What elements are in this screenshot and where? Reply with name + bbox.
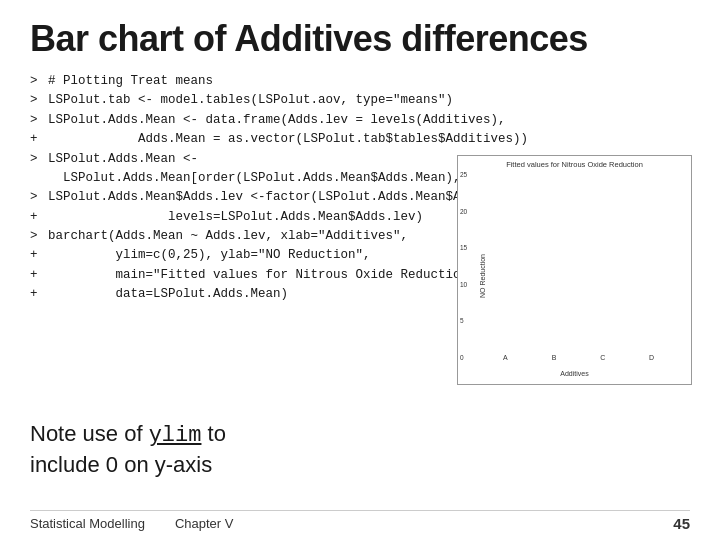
bar-label: C bbox=[600, 354, 605, 361]
bars-container: ABCD bbox=[486, 171, 671, 361]
note-line1: Note use of bbox=[30, 421, 149, 446]
y-tick: 25 bbox=[460, 171, 467, 178]
code-text: levels=LSPolut.Adds.Mean$Adds.lev) bbox=[48, 208, 423, 227]
footer: Statistical Modelling Chapter V 45 bbox=[30, 510, 690, 532]
y-ticks: 0510152025 bbox=[458, 171, 467, 361]
bar-group: B bbox=[535, 351, 574, 361]
bar-group: C bbox=[584, 351, 623, 361]
code-text: Adds.Mean = as.vector(LSPolut.tab$tables… bbox=[48, 130, 528, 149]
page: Bar chart of Additives differences ># Pl… bbox=[0, 0, 720, 540]
code-prompt: > bbox=[30, 72, 44, 91]
code-line: + main="Fitted values for Nitrous Oxide … bbox=[30, 266, 460, 285]
code-line: + data=LSPolut.Adds.Mean) bbox=[30, 285, 460, 304]
page-title: Bar chart of Additives differences bbox=[30, 18, 690, 60]
note-line1end: to bbox=[201, 421, 225, 446]
code-line: + levels=LSPolut.Adds.Mean$Adds.lev) bbox=[30, 208, 460, 227]
y-tick: 10 bbox=[460, 281, 467, 288]
code-text: LSPolut.Adds.Mean[order(LSPolut.Adds.Mea… bbox=[48, 169, 468, 188]
code-prompt: + bbox=[30, 246, 44, 265]
code-line: >LSPolut.Adds.Mean <- bbox=[30, 150, 460, 169]
code-prompt: + bbox=[30, 266, 44, 285]
code-line: + ylim=c(0,25), ylab="NO Reduction", bbox=[30, 246, 460, 265]
y-tick: 15 bbox=[460, 244, 467, 251]
footer-app: Statistical Modelling bbox=[30, 516, 145, 531]
code-line: >barchart(Adds.Mean ~ Adds.lev, xlab="Ad… bbox=[30, 227, 460, 246]
code-prompt: > bbox=[30, 227, 44, 246]
code-prompt: > bbox=[30, 111, 44, 130]
note-section: Note use of ylim to include 0 on y-axis bbox=[30, 419, 226, 480]
code-text: LSPolut.Adds.Mean <- data.frame(Adds.lev… bbox=[48, 111, 506, 130]
code-text: LSPolut.Adds.Mean <- bbox=[48, 150, 198, 169]
bar-label: D bbox=[649, 354, 654, 361]
code-prompt: + bbox=[30, 285, 44, 304]
code-text: data=LSPolut.Adds.Mean) bbox=[48, 285, 288, 304]
code-line: ># Plotting Treat means bbox=[30, 72, 460, 91]
code-text: barchart(Adds.Mean ~ Adds.lev, xlab="Add… bbox=[48, 227, 408, 246]
code-text: LSPolut.Adds.Mean$Adds.lev <-factor(LSPo… bbox=[48, 188, 521, 207]
footer-left: Statistical Modelling Chapter V bbox=[30, 516, 233, 531]
y-tick: 5 bbox=[460, 317, 467, 324]
footer-chapter: Chapter V bbox=[175, 516, 234, 531]
footer-page: 45 bbox=[673, 515, 690, 532]
code-line: >LSPolut.tab <- model.tables(LSPolut.aov… bbox=[30, 91, 460, 110]
chart-inner: NO Reduction 0510152025 ABCD Additives bbox=[458, 171, 691, 381]
code-line: LSPolut.Adds.Mean[order(LSPolut.Adds.Mea… bbox=[30, 169, 460, 188]
note-code: ylim bbox=[149, 423, 202, 448]
code-line: >LSPolut.Adds.Mean <- data.frame(Adds.le… bbox=[30, 111, 460, 130]
bar-group: D bbox=[632, 351, 671, 361]
code-prompt bbox=[30, 169, 44, 188]
chart-area: Fitted values for Nitrous Oxide Reductio… bbox=[457, 155, 692, 385]
bar-group: A bbox=[486, 351, 525, 361]
bar-label: A bbox=[503, 354, 508, 361]
code-prompt: > bbox=[30, 91, 44, 110]
bar-label: B bbox=[552, 354, 557, 361]
code-text: ylim=c(0,25), ylab="NO Reduction", bbox=[48, 246, 371, 265]
chart-title: Fitted values for Nitrous Oxide Reductio… bbox=[458, 156, 691, 171]
code-prompt: + bbox=[30, 208, 44, 227]
x-axis-label: Additives bbox=[560, 370, 588, 377]
code-block: ># Plotting Treat means>LSPolut.tab <- m… bbox=[30, 72, 460, 305]
note-line2: include 0 on y-axis bbox=[30, 452, 212, 477]
y-tick: 0 bbox=[460, 354, 467, 361]
code-prompt: > bbox=[30, 188, 44, 207]
code-prompt: > bbox=[30, 150, 44, 169]
y-tick: 20 bbox=[460, 208, 467, 215]
code-text: main="Fitted values for Nitrous Oxide Re… bbox=[48, 266, 483, 285]
note-text: Note use of ylim to include 0 on y-axis bbox=[30, 419, 226, 480]
code-line: >LSPolut.Adds.Mean$Adds.lev <-factor(LSP… bbox=[30, 188, 460, 207]
code-prompt: + bbox=[30, 130, 44, 149]
code-line: + Adds.Mean = as.vector(LSPolut.tab$tabl… bbox=[30, 130, 460, 149]
code-text: # Plotting Treat means bbox=[48, 72, 213, 91]
code-text: LSPolut.tab <- model.tables(LSPolut.aov,… bbox=[48, 91, 453, 110]
